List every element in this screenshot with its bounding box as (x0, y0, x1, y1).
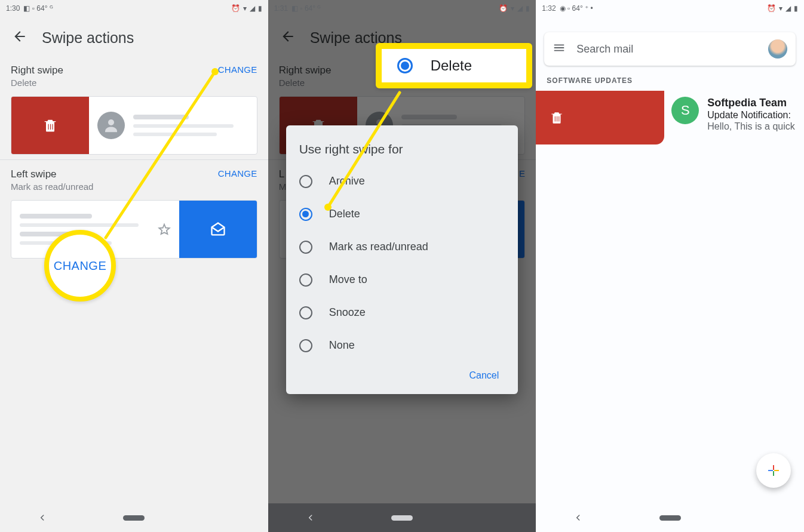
back-arrow-icon[interactable] (280, 29, 296, 47)
radio-label: Delete (329, 208, 360, 220)
callout-change-highlight: CHANGE (44, 230, 116, 302)
right-swipe-section: Right swipe Delete CHANGE (0, 59, 268, 90)
left-swipe-title: Left swipe (11, 168, 93, 180)
callout-change-label: CHANGE (54, 259, 107, 273)
signal-icon: ◢ (785, 4, 791, 13)
alarm-icon: ⏰ (231, 4, 240, 13)
callout-delete-highlight: Delete (376, 43, 532, 88)
callout-delete-label: Delete (431, 57, 472, 74)
svg-rect-7 (773, 471, 774, 476)
compose-fab[interactable] (756, 453, 791, 488)
radio-label: None (329, 339, 355, 352)
status-bar: 1:32 ◉ ▫ 64° ⁺ • ⏰ ▾ ◢ ▮ (536, 0, 804, 17)
nav-home-pill[interactable] (123, 515, 145, 521)
placeholder-line (133, 115, 189, 119)
radio-option-mark-as-read-unread[interactable]: Mark as read/unread (299, 230, 505, 263)
status-indicator-icon: ◧ ▫ 64° ᴳ (291, 4, 321, 13)
wifi-icon: ▾ (243, 4, 247, 13)
swipe-action-read-block (179, 201, 257, 258)
radio-label: Move to (329, 273, 367, 286)
svg-rect-8 (768, 470, 773, 471)
radio-unselected-icon (299, 273, 312, 287)
wifi-icon: ▾ (779, 4, 782, 13)
radio-option-move-to[interactable]: Move to (299, 263, 505, 296)
mail-item-swiping[interactable]: S Softpedia Team Update Notification: He… (536, 91, 804, 144)
mail-snippet: Hello, This is a quick (707, 121, 804, 132)
radio-unselected-icon (299, 175, 312, 188)
signal-icon: ◢ (250, 4, 255, 13)
nav-home-pill[interactable] (391, 515, 413, 521)
right-swipe-title: Right swipe (11, 64, 63, 76)
placeholder-line (20, 223, 139, 227)
section-label-software-updates: SOFTWARE UPDATES (536, 76, 804, 91)
page-title: Swipe actions (42, 29, 134, 47)
mail-preview-body (89, 97, 257, 154)
dialog-title: Use right swipe for (299, 142, 505, 156)
search-bar[interactable]: Search mail (544, 32, 796, 66)
battery-icon: ▮ (258, 4, 262, 13)
radio-unselected-icon (299, 306, 312, 319)
swipe-action-delete-block (11, 97, 89, 154)
left-swipe-sub: Mark as read/unread (11, 182, 93, 192)
avatar-placeholder-icon (97, 112, 125, 139)
screen-3: 1:32 ◉ ▫ 64° ⁺ • ⏰ ▾ ◢ ▮ Search mail SOF… (536, 0, 804, 532)
left-swipe-sub: M (279, 182, 287, 192)
profile-avatar[interactable] (768, 39, 787, 59)
placeholder-line (133, 124, 234, 128)
left-swipe-change-button[interactable]: CHANGE (218, 168, 257, 179)
sender-avatar: S (671, 97, 699, 124)
app-bar: Swipe actions (0, 17, 268, 59)
trash-icon (42, 117, 59, 134)
battery-icon: ▮ (794, 4, 798, 13)
svg-point-0 (108, 119, 114, 125)
wifi-icon: ▾ (511, 4, 514, 13)
alarm-icon: ⏰ (499, 4, 508, 13)
left-swipe-section: Left swipe Mark as read/unread CHANGE (0, 162, 268, 194)
left-swipe-title: L (279, 168, 287, 180)
nav-back-icon[interactable] (574, 513, 582, 522)
mail-content: S Softpedia Team Update Notification: He… (664, 91, 804, 144)
swipe-action-dialog: Use right swipe for ArchiveDeleteMark as… (286, 125, 518, 394)
right-swipe-sub: Delete (279, 78, 332, 88)
status-time: 1:30 (6, 4, 20, 13)
right-swipe-sub: Delete (11, 78, 63, 88)
radio-option-archive[interactable]: Archive (299, 165, 505, 198)
dialog-cancel-button[interactable]: Cancel (464, 365, 505, 386)
android-nav-bar (268, 503, 536, 532)
status-indicator-icon: ◉ ▫ 64° ⁺ • (560, 4, 593, 13)
plus-multicolor-icon (766, 463, 781, 478)
android-nav-bar (0, 503, 268, 532)
placeholder-line (20, 214, 92, 219)
placeholder-line (133, 133, 217, 136)
svg-point-3 (376, 119, 382, 125)
nav-back-icon[interactable] (306, 513, 315, 522)
radio-option-none[interactable]: None (299, 329, 505, 362)
screen-1: 1:30 ◧ ▫ 64° ᴳ ⏰ ▾ ◢ ▮ Swipe actions Rig… (0, 0, 268, 532)
android-nav-bar (536, 503, 804, 532)
right-swipe-preview (11, 96, 257, 155)
hamburger-menu-icon[interactable] (553, 41, 566, 57)
mail-open-icon (210, 221, 226, 238)
radio-option-delete[interactable]: Delete (299, 198, 505, 230)
radio-unselected-icon (299, 241, 312, 254)
radio-label: Snooze (329, 306, 366, 319)
radio-option-snooze[interactable]: Snooze (299, 296, 505, 329)
radio-unselected-icon (299, 339, 312, 352)
alarm-icon: ⏰ (767, 4, 776, 13)
screen-2: 1:31 ◧ ▫ 64° ᴳ ⏰ ▾ ◢ ▮ Swipe actions Rig… (268, 0, 536, 532)
right-swipe-title: Right swipe (279, 64, 332, 76)
back-arrow-icon[interactable] (12, 29, 27, 47)
nav-home-pill[interactable] (659, 515, 681, 521)
swipe-reveal-delete (536, 91, 664, 144)
nav-back-icon[interactable] (38, 513, 47, 522)
divider (0, 159, 268, 160)
right-swipe-change-button[interactable]: CHANGE (218, 64, 257, 75)
left-swipe-change-button[interactable]: E (519, 168, 525, 179)
status-bar: 1:30 ◧ ▫ 64° ᴳ ⏰ ▾ ◢ ▮ (0, 0, 268, 17)
battery-icon: ▮ (526, 4, 530, 13)
svg-rect-9 (774, 470, 779, 471)
radio-label: Archive (329, 175, 365, 187)
radio-selected-icon (299, 208, 312, 221)
search-placeholder: Search mail (576, 43, 757, 56)
mail-subject: Update Notification: (707, 110, 804, 121)
